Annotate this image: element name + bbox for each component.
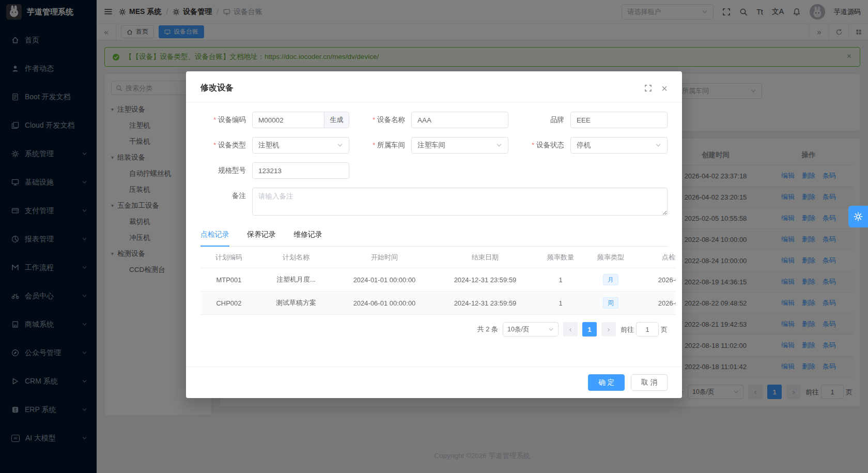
field-label: 设备状态 bbox=[519, 141, 570, 150]
chevron-down-icon bbox=[548, 327, 554, 332]
plan-table-row: MTP001 注塑机月度... 2024-01-01 00:00:00 2024… bbox=[200, 268, 676, 292]
generate-button[interactable]: 生成 bbox=[324, 112, 349, 128]
next-page-button[interactable]: › bbox=[601, 322, 616, 337]
tab-repair-records[interactable]: 维修记录 bbox=[293, 230, 322, 246]
field-device-name: 设备名称 bbox=[360, 112, 508, 128]
freq-type-tag: 月 bbox=[603, 274, 618, 285]
gear-icon bbox=[854, 212, 863, 221]
pagination-total: 共 2 条 bbox=[477, 325, 498, 334]
dialog-title: 修改设备 bbox=[200, 83, 234, 94]
device-name-input[interactable] bbox=[417, 116, 502, 124]
chevron-down-icon bbox=[337, 142, 343, 148]
record-tabs: 点检记录 保养记录 维修记录 bbox=[200, 230, 668, 247]
field-remark: 备注 bbox=[200, 188, 668, 216]
field-device-type: 设备类型 注塑机 bbox=[200, 137, 349, 154]
confirm-button[interactable]: 确 定 bbox=[588, 374, 625, 391]
brand-input[interactable] bbox=[577, 116, 661, 124]
plan-table-row: CHP002 测试草稿方案 2024-06-01 00:00:00 2024-1… bbox=[200, 292, 676, 315]
field-label: 规格型号 bbox=[200, 166, 252, 175]
device-code-input[interactable] bbox=[253, 116, 324, 124]
dialog-header: 修改设备 × bbox=[186, 71, 682, 102]
chevron-down-icon bbox=[655, 142, 661, 148]
chevron-down-icon bbox=[496, 142, 502, 148]
field-spec: 规格型号 bbox=[200, 162, 349, 179]
tab-maintenance-records[interactable]: 保养记录 bbox=[247, 230, 276, 246]
status-select[interactable]: 停机 bbox=[570, 137, 668, 154]
field-label: 设备类型 bbox=[200, 141, 252, 150]
field-label: 品牌 bbox=[519, 115, 570, 125]
tab-inspection-records[interactable]: 点检记录 bbox=[200, 230, 229, 246]
plan-table: 计划编码 计划名称 开始时间 结束日期 频率数量 频率类型 点检时间 MTP00… bbox=[200, 247, 676, 315]
dialog-close-icon[interactable]: × bbox=[661, 83, 668, 94]
edit-device-dialog: 修改设备 × 设备编码 生成 设备名称 品牌 设备类 bbox=[186, 71, 682, 398]
field-status: 设备状态 停机 bbox=[519, 137, 668, 154]
remark-textarea[interactable] bbox=[252, 188, 668, 216]
spec-input[interactable] bbox=[258, 167, 343, 175]
settings-fab[interactable] bbox=[848, 206, 868, 227]
goto-page-input[interactable] bbox=[636, 322, 659, 337]
freq-type-tag: 周 bbox=[603, 297, 618, 309]
device-type-select[interactable]: 注塑机 bbox=[252, 137, 349, 154]
dialog-fullscreen-icon[interactable] bbox=[644, 84, 652, 92]
workshop-select[interactable]: 注塑车间 bbox=[411, 137, 508, 154]
field-label: 设备名称 bbox=[360, 115, 411, 125]
prev-page-button[interactable]: ‹ bbox=[563, 322, 578, 337]
field-label: 设备编码 bbox=[200, 115, 252, 125]
cancel-button[interactable]: 取 消 bbox=[631, 374, 668, 391]
device-form: 设备编码 生成 设备名称 品牌 设备类型 注塑机 bbox=[200, 112, 668, 216]
plan-table-pagination: 共 2 条 10条/页 ‹ 1 › 前往页 bbox=[200, 322, 668, 337]
goto-page: 前往页 bbox=[621, 322, 668, 337]
field-label: 所属车间 bbox=[360, 141, 411, 150]
plan-table-header: 计划编码 计划名称 开始时间 结束日期 频率数量 频率类型 点检时间 bbox=[200, 247, 676, 268]
dialog-footer: 确 定 取 消 bbox=[186, 367, 682, 398]
dialog-body: 设备编码 生成 设备名称 品牌 设备类型 注塑机 bbox=[186, 102, 682, 367]
field-workshop: 所属车间 注塑车间 bbox=[360, 137, 508, 154]
field-label: 备注 bbox=[200, 188, 252, 204]
field-device-code: 设备编码 生成 bbox=[200, 112, 349, 128]
page-number[interactable]: 1 bbox=[582, 322, 597, 337]
page-size-select[interactable]: 10条/页 bbox=[503, 322, 559, 337]
field-brand: 品牌 bbox=[519, 112, 668, 128]
